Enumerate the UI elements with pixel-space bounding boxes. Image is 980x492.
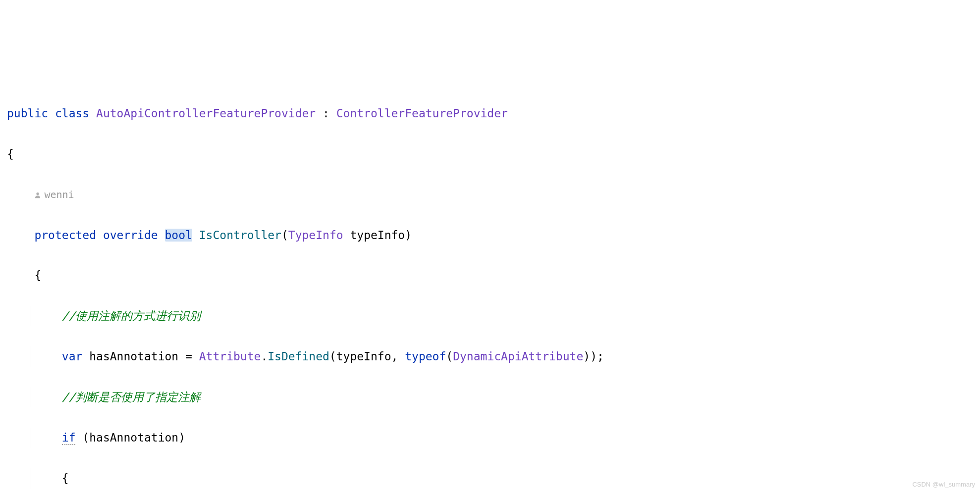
svg-point-0 (37, 192, 39, 195)
keyword-bool: bool (165, 229, 192, 242)
type-attribute: Attribute (199, 350, 261, 363)
watermark: CSDN @wl_summary (912, 479, 975, 490)
dot: . (261, 350, 268, 363)
brace-open: { (62, 472, 69, 485)
code-line: //判断是否使用了指定注解 (0, 387, 980, 407)
code-line: public class AutoApiControllerFeaturePro… (0, 103, 980, 124)
brace-open: { (7, 148, 14, 160)
keyword-class: class (55, 107, 89, 120)
code-line: var hasAnnotation = Attribute.IsDefined(… (0, 346, 980, 367)
paren-open: ( (82, 431, 89, 444)
keyword-override: override (103, 229, 158, 242)
method-isdefined: IsDefined (268, 350, 329, 363)
keyword-var: var (62, 350, 83, 363)
class-name: AutoApiControllerFeatureProvider (96, 107, 316, 120)
paren-close: ) (590, 350, 597, 363)
param-type: TypeInfo (288, 229, 343, 242)
keyword-protected: protected (34, 229, 96, 242)
brace-open: { (34, 269, 41, 282)
local-variable: hasAnnotation (89, 350, 178, 363)
code-line: { (0, 144, 980, 164)
code-line: protected override bool IsController(Typ… (0, 225, 980, 246)
author-hint-line: wenni (0, 185, 980, 205)
code-editor[interactable]: public class AutoApiControllerFeaturePro… (0, 83, 980, 492)
base-class: ControllerFeatureProvider (336, 107, 508, 120)
code-line: //使用注解的方式进行识别 (0, 306, 980, 326)
paren-close: ) (405, 229, 412, 242)
person-icon (34, 192, 41, 198)
keyword-if: if (62, 431, 76, 445)
comment: //判断是否使用了指定注解 (62, 391, 201, 403)
code-line: { (0, 265, 980, 286)
author-name: wenni (44, 186, 74, 204)
semicolon: ; (597, 350, 604, 363)
paren-close: ) (178, 431, 185, 444)
type-dynamicapi: DynamicApiAttribute (453, 350, 583, 363)
method-name: IsController (199, 229, 281, 242)
paren-close: ) (583, 350, 590, 363)
paren-open: ( (446, 350, 453, 363)
param-ref: typeInfo (336, 350, 391, 363)
equals: = (178, 350, 199, 363)
code-line: { (0, 468, 980, 489)
comma: , (391, 350, 405, 363)
keyword-typeof: typeof (405, 350, 446, 363)
keyword-public: public (7, 107, 48, 120)
author-hint: wenni (34, 186, 74, 204)
comment: //使用注解的方式进行识别 (62, 309, 201, 322)
param-name: typeInfo (350, 229, 405, 242)
code-line: if (hasAnnotation) (0, 428, 980, 448)
paren-open: ( (281, 229, 288, 242)
paren-open: ( (329, 350, 336, 363)
local-variable: hasAnnotation (89, 431, 178, 444)
colon: : (316, 107, 336, 120)
